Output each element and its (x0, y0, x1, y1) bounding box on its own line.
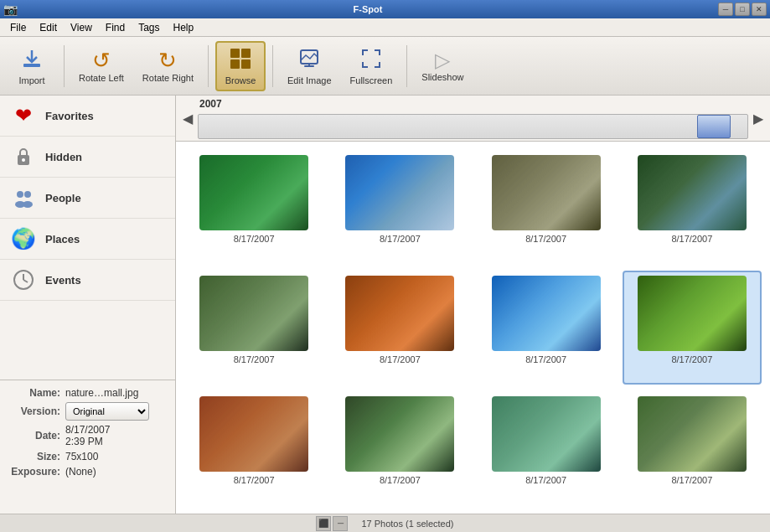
menu-edit[interactable]: Edit (33, 20, 64, 35)
title-buttons: ─ □ ✕ (718, 3, 767, 16)
close-button[interactable]: ✕ (752, 3, 767, 16)
photo-thumb-10 (345, 396, 454, 472)
photo-item-4[interactable]: 8/17/2007 (623, 150, 762, 264)
info-version-row: Version: Original Modified (10, 402, 165, 421)
name-value: nature…mall.jpg (65, 387, 138, 399)
minimize-button[interactable]: ─ (718, 3, 733, 16)
places-label: Places (45, 233, 80, 245)
photo-item-12[interactable]: 8/17/2007 (623, 391, 762, 505)
photo-item-10[interactable]: 8/17/2007 (330, 391, 469, 505)
photo-item-2[interactable]: 8/17/2007 (330, 150, 469, 264)
window-title: F-Spot (18, 4, 718, 14)
import-label: Import (18, 75, 44, 85)
status-icons: ⬛ ─ (316, 516, 348, 531)
browse-label: Browse (225, 75, 256, 85)
svg-rect-4 (230, 59, 240, 69)
timeline-year: 2007 (196, 98, 750, 110)
slideshow-label: Slideshow (421, 72, 463, 82)
info-name-row: Name: nature…mall.jpg (10, 387, 165, 399)
size-label: Size: (10, 451, 60, 462)
sidebar-item-hidden[interactable]: Hidden (0, 137, 175, 178)
status-icon-btn-2[interactable]: ─ (333, 516, 348, 531)
version-label: Version: (10, 405, 60, 417)
photo-thumb-12 (638, 396, 747, 472)
info-size-row: Size: 75x100 (10, 451, 165, 462)
photo-item-9[interactable]: 8/17/2007 (184, 391, 323, 505)
photo-item-1[interactable]: 8/17/2007 (184, 150, 323, 264)
timeline-prev[interactable]: ◀ (179, 110, 196, 127)
toolbar-separator-2 (208, 45, 209, 87)
menu-view[interactable]: View (64, 20, 99, 35)
menu-tags[interactable]: Tags (132, 20, 166, 35)
timeline-next[interactable]: ▶ (750, 110, 767, 127)
menu-help[interactable]: Help (167, 20, 201, 35)
status-bar: ⬛ ─ 17 Photos (1 selected) (0, 514, 770, 532)
edit-image-button[interactable]: Edit Image (280, 41, 339, 91)
sidebar-item-people[interactable]: People (0, 178, 175, 219)
photo-date-4: 8/17/2007 (671, 234, 712, 244)
photo-thumb-8 (638, 276, 747, 351)
fullscreen-button[interactable]: Fullscreen (343, 41, 401, 91)
fullscreen-icon (359, 47, 383, 74)
photo-date-12: 8/17/2007 (671, 475, 712, 485)
rotate-right-button[interactable]: ↻ Rotate Right (135, 41, 201, 91)
svg-rect-18 (199, 155, 308, 230)
exposure-value: (None) (65, 466, 96, 478)
photo-thumb-4 (638, 155, 747, 230)
svg-rect-20 (492, 155, 601, 230)
status-icon-btn-1[interactable]: ⬛ (316, 516, 331, 531)
svg-rect-24 (492, 276, 601, 351)
photo-item-7[interactable]: 8/17/2007 (477, 271, 616, 385)
maximize-button[interactable]: □ (735, 3, 750, 16)
svg-rect-5 (241, 59, 251, 69)
import-button[interactable]: Import (7, 41, 57, 91)
photo-thumb-11 (492, 396, 601, 472)
photo-date-8: 8/17/2007 (671, 354, 712, 364)
people-icon (10, 184, 37, 211)
rotate-left-button[interactable]: ↺ Rotate Left (71, 41, 132, 91)
photo-item-6[interactable]: 8/17/2007 (330, 271, 469, 385)
events-icon (10, 266, 37, 293)
photo-thumb-3 (492, 155, 601, 230)
version-select[interactable]: Original Modified (65, 402, 149, 421)
date-value: 8/17/2007 2:39 PM (65, 424, 110, 447)
content-pane: ◀ 2007 ▶ 8/17/2007 8/17/2007 8/17/2007 8… (176, 96, 770, 514)
photo-item-5[interactable]: 8/17/2007 (184, 271, 323, 385)
photo-thumb-5 (199, 276, 308, 351)
svg-point-13 (24, 191, 31, 198)
photo-date-11: 8/17/2007 (525, 475, 566, 485)
svg-rect-1 (23, 64, 40, 67)
photo-thumb-9 (199, 396, 308, 472)
photo-date-1: 8/17/2007 (234, 234, 275, 244)
favorites-label: Favorites (45, 110, 94, 122)
photo-item-8[interactable]: 8/17/2007 (623, 271, 762, 385)
favorites-icon: ❤ (10, 102, 37, 129)
info-exposure-row: Exposure: (None) (10, 466, 165, 478)
browse-button[interactable]: Browse (215, 41, 266, 91)
menu-find[interactable]: Find (99, 20, 132, 35)
toolbar-separator-3 (272, 45, 273, 87)
sidebar-item-favorites[interactable]: ❤ Favorites (0, 96, 175, 137)
photo-thumb-1 (199, 155, 308, 230)
svg-point-14 (23, 201, 33, 208)
timeline-track[interactable] (198, 114, 748, 139)
photo-item-3[interactable]: 8/17/2007 (477, 150, 616, 264)
photo-item-11[interactable]: 8/17/2007 (477, 391, 616, 505)
sidebar-item-events[interactable]: Events (0, 260, 175, 301)
timeline-thumb[interactable] (697, 115, 731, 138)
toolbar-separator-1 (64, 45, 65, 87)
info-panel: Name: nature…mall.jpg Version: Original … (0, 380, 175, 514)
rotate-right-label: Rotate Right (142, 73, 194, 83)
sidebar-item-places[interactable]: 🌍 Places (0, 219, 175, 260)
photo-grid: 8/17/2007 8/17/2007 8/17/2007 8/17/2007 … (176, 142, 770, 514)
browse-icon (229, 47, 252, 74)
import-icon (20, 47, 44, 74)
svg-rect-8 (308, 64, 310, 67)
status-text: 17 Photos (1 selected) (361, 519, 453, 529)
size-value: 75x100 (65, 451, 98, 462)
slideshow-button[interactable]: ▷ Slideshow (414, 41, 471, 91)
toolbar-separator-4 (406, 45, 407, 87)
menu-file[interactable]: File (3, 20, 33, 35)
rotate-right-icon: ↻ (158, 49, 177, 71)
photo-date-2: 8/17/2007 (380, 234, 421, 244)
